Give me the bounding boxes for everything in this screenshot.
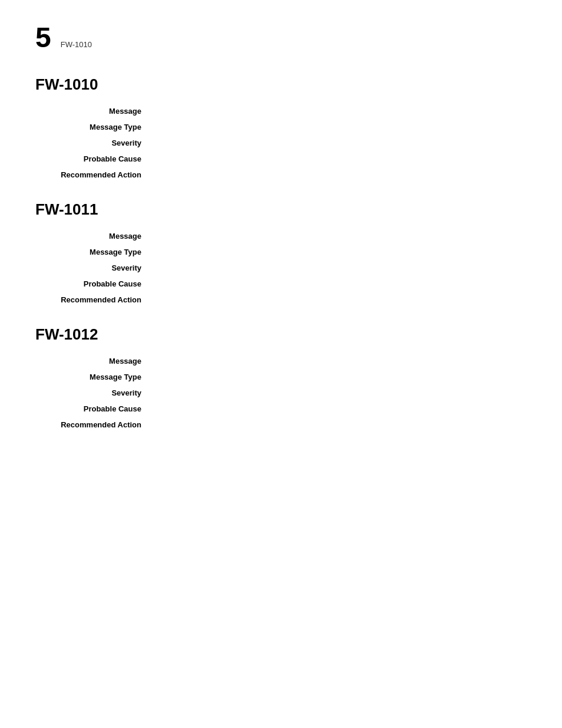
field-label-fw-1011-2: Severity [35, 262, 153, 272]
page-header: 5 FW-1010 [35, 24, 527, 52]
field-label-fw-1011-4: Recommended Action [35, 294, 153, 304]
section-fw-1012: FW-1012MessageMessage TypeSeverityProbab… [35, 325, 527, 429]
field-label-fw-1011-0: Message [35, 230, 153, 241]
field-row-fw-1012-4: Recommended Action [35, 419, 527, 429]
field-row-fw-1012-1: Message Type [35, 371, 527, 381]
page-title-small: FW-1010 [61, 40, 92, 49]
field-label-fw-1010-1: Message Type [35, 121, 153, 131]
field-label-fw-1012-1: Message Type [35, 371, 153, 381]
field-row-fw-1010-0: Message [35, 106, 527, 116]
page-number: 5 [35, 24, 51, 52]
field-row-fw-1011-3: Probable Cause [35, 278, 527, 288]
field-label-fw-1012-0: Message [35, 355, 153, 365]
sections-container: FW-1010MessageMessage TypeSeverityProbab… [35, 75, 527, 429]
field-label-fw-1010-2: Severity [35, 137, 153, 147]
field-row-fw-1012-3: Probable Cause [35, 403, 527, 413]
field-label-fw-1012-4: Recommended Action [35, 419, 153, 429]
section-title-fw-1012: FW-1012 [35, 325, 527, 344]
field-label-fw-1010-0: Message [35, 106, 153, 116]
field-label-fw-1011-3: Probable Cause [35, 278, 153, 288]
field-label-fw-1010-4: Recommended Action [35, 169, 153, 179]
field-row-fw-1011-2: Severity [35, 262, 527, 272]
field-row-fw-1012-2: Severity [35, 387, 527, 397]
field-row-fw-1011-4: Recommended Action [35, 294, 527, 304]
field-row-fw-1011-0: Message [35, 230, 527, 241]
section-fw-1011: FW-1011MessageMessage TypeSeverityProbab… [35, 200, 527, 304]
field-label-fw-1010-3: Probable Cause [35, 153, 153, 163]
field-row-fw-1010-1: Message Type [35, 121, 527, 131]
field-row-fw-1010-3: Probable Cause [35, 153, 527, 163]
field-row-fw-1011-1: Message Type [35, 246, 527, 256]
field-label-fw-1011-1: Message Type [35, 246, 153, 256]
section-fw-1010: FW-1010MessageMessage TypeSeverityProbab… [35, 75, 527, 179]
section-title-fw-1010: FW-1010 [35, 75, 527, 94]
field-row-fw-1010-4: Recommended Action [35, 169, 527, 179]
section-title-fw-1011: FW-1011 [35, 200, 527, 219]
field-label-fw-1012-3: Probable Cause [35, 403, 153, 413]
field-label-fw-1012-2: Severity [35, 387, 153, 397]
field-row-fw-1012-0: Message [35, 355, 527, 365]
field-row-fw-1010-2: Severity [35, 137, 527, 147]
